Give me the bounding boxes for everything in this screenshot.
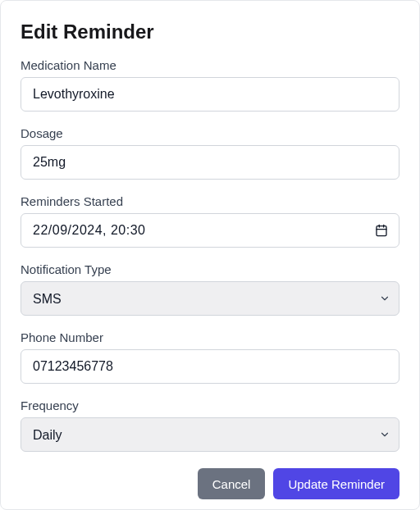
field-phone-number: Phone Number [21,330,399,384]
field-frequency: Frequency Daily [21,398,399,452]
label-medication-name: Medication Name [21,58,399,72]
reminders-started-input[interactable] [21,213,399,248]
page-title: Edit Reminder [21,20,399,43]
medication-name-input[interactable] [21,77,399,112]
phone-number-input[interactable] [21,349,399,384]
label-dosage: Dosage [21,126,399,140]
label-reminders-started: Reminders Started [21,194,399,208]
update-reminder-button[interactable]: Update Reminder [273,468,399,499]
label-frequency: Frequency [21,398,399,412]
dosage-input[interactable] [21,145,399,180]
notification-type-select[interactable]: SMS [21,281,399,316]
frequency-select[interactable]: Daily [21,417,399,452]
label-notification-type: Notification Type [21,262,399,276]
cancel-button[interactable]: Cancel [198,468,266,499]
field-medication-name: Medication Name [21,58,399,112]
label-phone-number: Phone Number [21,330,399,344]
button-row: Cancel Update Reminder [21,468,399,499]
field-dosage: Dosage [21,126,399,180]
datetime-wrapper [21,213,399,248]
field-notification-type: Notification Type SMS [21,262,399,316]
field-reminders-started: Reminders Started [21,194,399,248]
